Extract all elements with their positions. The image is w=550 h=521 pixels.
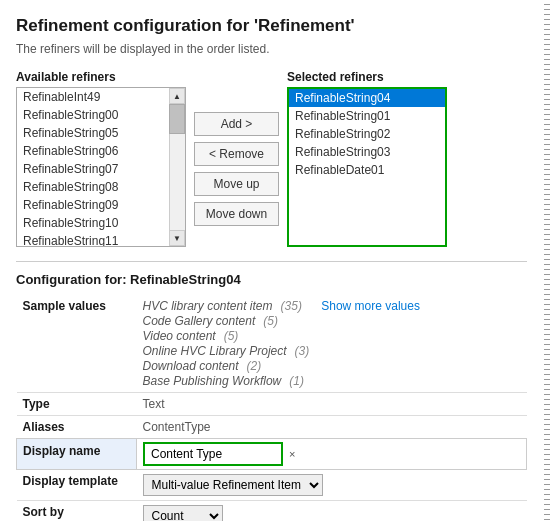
list-item[interactable]: RefinableString08 — [17, 178, 169, 196]
list-item[interactable]: RefinableString03 — [289, 143, 445, 161]
sample-count: (2) — [247, 359, 262, 373]
action-buttons: Add > < Remove Move up Move down — [194, 70, 279, 247]
list-item[interactable]: RefinableString01 — [289, 107, 445, 125]
list-item[interactable]: RefinableString09 — [17, 196, 169, 214]
display-name-cell: × — [137, 439, 527, 470]
aliases-label: Aliases — [17, 416, 137, 439]
sample-count: (5) — [263, 314, 278, 328]
sample-row: Base Publishing Workflow (1) — [143, 374, 310, 388]
display-template-row: Display template Multi-value Refinement … — [17, 470, 527, 501]
aliases-row: Aliases ContentType — [17, 416, 527, 439]
sort-by-row: Sort by Count Name Number — [17, 501, 527, 522]
main-container: Refinement configuration for 'Refinement… — [0, 0, 550, 521]
sample-count: (1) — [289, 374, 304, 388]
sample-name: Download content — [143, 359, 239, 373]
refiners-area: Available refiners RefinableInt49 Refina… — [16, 70, 527, 247]
sample-row: Video content (5) — [143, 329, 310, 343]
aliases-value: ContentType — [137, 416, 527, 439]
sample-name: Online HVC Library Project — [143, 344, 287, 358]
scroll-up-arrow[interactable]: ▲ — [169, 88, 185, 104]
sample-name: Base Publishing Workflow — [143, 374, 282, 388]
type-row: Type Text — [17, 393, 527, 416]
list-item[interactable]: RefinableString06 — [17, 142, 169, 160]
add-button[interactable]: Add > — [194, 112, 279, 136]
display-name-clear-button[interactable]: × — [287, 448, 297, 460]
samples-and-link: HVC library content item (35) Code Galle… — [143, 299, 521, 388]
scrollbar-track[interactable]: ▲ ▼ — [169, 88, 185, 246]
sample-row: Code Gallery content (5) — [143, 314, 310, 328]
move-up-button[interactable]: Move up — [194, 172, 279, 196]
list-item[interactable]: RefinableInt49 — [17, 88, 169, 106]
sample-count: (3) — [295, 344, 310, 358]
sample-name: Video content — [143, 329, 216, 343]
page-subtitle: The refiners will be displayed in the or… — [16, 42, 527, 56]
sample-row: Online HVC Library Project (3) — [143, 344, 310, 358]
display-name-input-wrap: × — [143, 442, 520, 466]
type-label: Type — [17, 393, 137, 416]
sort-by-cell: Count Name Number — [137, 501, 527, 522]
sample-row: HVC library content item (35) — [143, 299, 310, 313]
display-name-row: Display name × — [17, 439, 527, 470]
show-more-link[interactable]: Show more values — [321, 299, 420, 313]
config-table: Sample values HVC library content item (… — [16, 295, 527, 521]
sort-by-select[interactable]: Count Name Number — [143, 505, 223, 521]
remove-button[interactable]: < Remove — [194, 142, 279, 166]
page-title: Refinement configuration for 'Refinement… — [16, 16, 527, 36]
sample-values-row: Sample values HVC library content item (… — [17, 295, 527, 393]
selected-refiners-label: Selected refiners — [287, 70, 447, 84]
move-down-button[interactable]: Move down — [194, 202, 279, 226]
sample-row: Download content (2) — [143, 359, 310, 373]
available-refiners-list[interactable]: RefinableInt49 RefinableString00 Refinab… — [16, 87, 186, 247]
available-refiners-section: Available refiners RefinableInt49 Refina… — [16, 70, 186, 247]
config-header: Configuration for: RefinableString04 — [16, 272, 527, 287]
display-template-select[interactable]: Multi-value Refinement Item — [143, 474, 323, 496]
sample-name: HVC library content item — [143, 299, 273, 313]
sort-by-label: Sort by — [17, 501, 137, 522]
sample-name: Code Gallery content — [143, 314, 256, 328]
list-item[interactable]: RefinableString07 — [17, 160, 169, 178]
scrollbar-thumb[interactable] — [169, 104, 185, 134]
list-item[interactable]: RefinableString05 — [17, 124, 169, 142]
config-section: Configuration for: RefinableString04 Sam… — [16, 261, 527, 521]
selected-refiners-section: Selected refiners RefinableString04 Refi… — [287, 70, 447, 247]
list-item[interactable]: RefinableDate01 — [289, 161, 445, 179]
scroll-down-arrow[interactable]: ▼ — [169, 230, 185, 246]
display-name-input[interactable] — [143, 442, 283, 466]
display-template-cell: Multi-value Refinement Item — [137, 470, 527, 501]
list-item[interactable]: RefinableString00 — [17, 106, 169, 124]
samples-col: HVC library content item (35) Code Galle… — [143, 299, 310, 388]
list-item[interactable]: RefinableString04 — [289, 89, 445, 107]
list-item[interactable]: RefinableString11 — [17, 232, 169, 246]
display-template-label: Display template — [17, 470, 137, 501]
sample-values-label: Sample values — [17, 295, 137, 393]
list-item[interactable]: RefinableString02 — [289, 125, 445, 143]
available-refiners-label: Available refiners — [16, 70, 186, 84]
sample-count: (35) — [281, 299, 302, 313]
selected-refiners-list[interactable]: RefinableString04 RefinableString01 Refi… — [287, 87, 447, 247]
type-value: Text — [137, 393, 527, 416]
sample-values-cell: HVC library content item (35) Code Galle… — [137, 295, 527, 393]
list-item[interactable]: RefinableString10 — [17, 214, 169, 232]
sample-count: (5) — [224, 329, 239, 343]
display-name-label: Display name — [17, 439, 137, 470]
